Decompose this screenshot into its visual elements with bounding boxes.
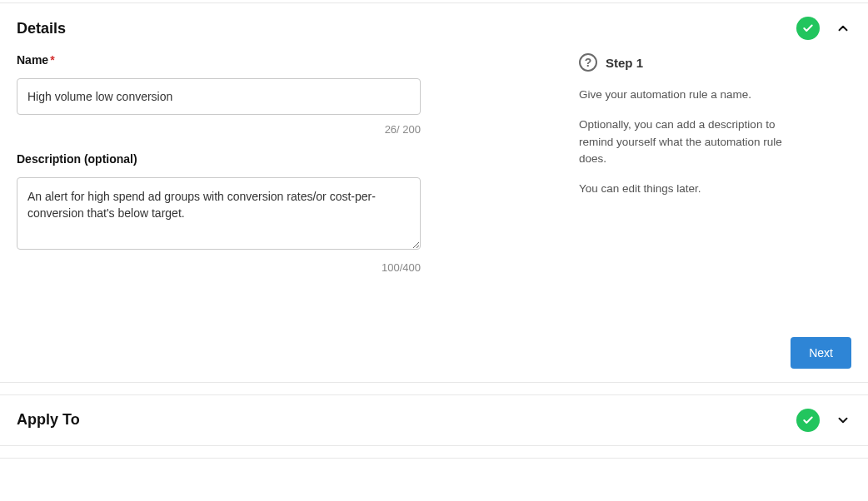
next-panel-peek	[0, 458, 868, 466]
apply-to-header[interactable]: Apply To	[17, 395, 851, 445]
apply-to-status-complete-icon	[796, 409, 820, 432]
name-char-count: 26/ 200	[17, 123, 421, 136]
help-text-3: You can edit things later.	[579, 181, 796, 197]
name-label: Name*	[17, 53, 421, 67]
step-title: Step 1	[606, 56, 643, 70]
details-title: Details	[17, 20, 66, 37]
name-label-text: Name	[17, 53, 48, 67]
help-text-2: Optionally, you can add a description to…	[579, 117, 796, 167]
expand-icon[interactable]	[835, 412, 851, 429]
help-icon: ?	[579, 53, 597, 72]
description-input[interactable]: An alert for high spend ad groups with c…	[17, 177, 421, 250]
details-status-complete-icon	[796, 17, 820, 40]
required-indicator: *	[50, 53, 54, 67]
details-header: Details	[17, 3, 851, 53]
name-field-block: Name* 26/ 200	[17, 53, 421, 136]
description-label: Description (optional)	[17, 152, 421, 166]
next-button[interactable]: Next	[791, 337, 851, 369]
collapse-icon[interactable]	[835, 20, 851, 37]
description-char-count: 100/400	[17, 261, 421, 274]
help-text-1: Give your automation rule a name.	[579, 87, 796, 103]
apply-to-panel: Apply To	[0, 394, 868, 446]
description-field-block: Description (optional) An alert for high…	[17, 152, 421, 274]
name-input[interactable]	[17, 78, 421, 115]
apply-to-title: Apply To	[17, 411, 80, 429]
details-panel: Details Name* 26/ 200	[0, 2, 868, 383]
help-sidebar: ? Step 1 Give your automation rule a nam…	[446, 53, 851, 290]
